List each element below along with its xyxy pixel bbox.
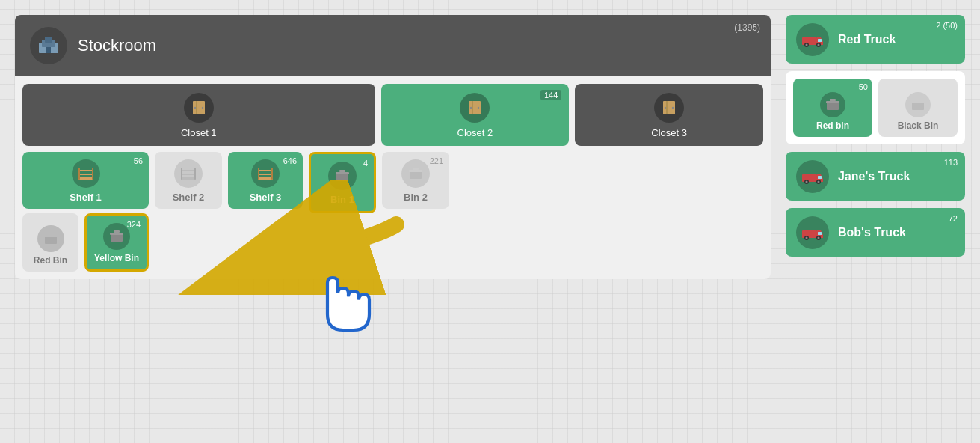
bin1-card[interactable]: 4 Bin 1 [309, 152, 376, 213]
svg-rect-64 [818, 176, 822, 179]
svg-rect-33 [258, 174, 273, 175]
stockroom-title: Stockroom [78, 36, 156, 55]
svg-rect-18 [78, 170, 93, 171]
svg-rect-2 [45, 37, 52, 43]
svg-rect-9 [472, 101, 473, 114]
red-bin-card[interactable]: Red Bin [22, 213, 78, 272]
shelf1-icon [72, 159, 100, 188]
svg-point-63 [818, 180, 820, 183]
bin2-icon [401, 159, 430, 188]
bobs-truck-badge: 72 [949, 214, 958, 223]
svg-rect-29 [181, 170, 196, 171]
closet3-icon [654, 93, 684, 123]
svg-rect-3 [46, 47, 51, 53]
svg-rect-37 [336, 174, 348, 181]
svg-rect-41 [409, 170, 422, 172]
closet3-label: Closet 3 [651, 127, 687, 138]
svg-rect-40 [410, 171, 422, 179]
closet2-badge: 144 [540, 90, 561, 100]
bin2-badge: 221 [430, 156, 443, 165]
svg-rect-47 [802, 37, 817, 45]
svg-rect-30 [181, 168, 182, 180]
red-bin-sidebar-label: Red bin [816, 120, 849, 131]
yellow-bin-label: Yellow Bin [94, 253, 139, 263]
svg-point-15 [672, 107, 674, 109]
bin1-icon [328, 162, 357, 190]
red-truck-label: Red Truck [838, 33, 896, 46]
janes-truck-card[interactable]: 113 Jane's Truck [786, 152, 965, 201]
svg-rect-58 [915, 99, 921, 101]
svg-point-14 [665, 107, 666, 109]
bin2-card[interactable]: 221 Bin 2 [382, 152, 449, 209]
red-truck-icon [796, 23, 829, 56]
shelf3-card[interactable]: 646 Shelf 3 [228, 152, 303, 209]
bobs-truck-icon [796, 216, 829, 249]
content-area: Closet 1 144 Closet 2 [15, 76, 771, 279]
svg-rect-56 [912, 103, 924, 110]
svg-rect-34 [258, 170, 273, 171]
svg-rect-38 [336, 172, 349, 174]
svg-rect-25 [110, 233, 123, 235]
black-bin-icon [905, 92, 931, 117]
red-bin-sidebar-card[interactable]: 50 Red bin [793, 79, 872, 137]
black-bin-card[interactable]: Black Bin [878, 79, 958, 137]
svg-point-7 [202, 107, 203, 109]
svg-rect-32 [258, 177, 273, 180]
svg-point-69 [818, 236, 820, 239]
closet2-card[interactable]: 144 Closet 2 [381, 84, 570, 146]
stockroom-header: (1395) Stockroom [15, 15, 771, 76]
svg-rect-54 [826, 101, 839, 103]
svg-rect-24 [111, 234, 123, 242]
yellow-bin-icon [103, 223, 130, 250]
stockroom-count: (1395) [734, 22, 760, 33]
svg-rect-59 [802, 174, 817, 182]
svg-rect-22 [44, 235, 58, 237]
janes-truck-badge: 113 [944, 158, 958, 167]
shelf1-bins: Red Bin 324 Yellow Bin [22, 213, 149, 272]
black-bin-label: Black Bin [898, 120, 939, 131]
svg-rect-70 [818, 232, 822, 235]
svg-rect-52 [818, 39, 822, 42]
bobs-truck-label: Bob's Truck [838, 226, 906, 239]
red-truck-card[interactable]: 2 (50) Red Truck [786, 15, 965, 64]
yellow-bin-card[interactable]: 324 Yellow Bin [84, 213, 149, 272]
closet1-card[interactable]: Closet 1 [22, 84, 375, 146]
janes-truck-icon [796, 160, 829, 193]
shelf3-badge: 646 [283, 156, 297, 165]
closet1-icon [184, 93, 214, 123]
svg-point-10 [470, 107, 472, 109]
shelves-row: 56 Shelf 1 [22, 152, 763, 272]
bobs-truck-card[interactable]: 72 Bob's Truck [786, 208, 965, 257]
red-bin-sidebar-icon [820, 92, 845, 117]
shelf1-area: 56 Shelf 1 [22, 152, 149, 272]
svg-rect-20 [92, 168, 93, 180]
svg-rect-17 [78, 174, 93, 175]
shelf1-card[interactable]: 56 Shelf 1 [22, 152, 149, 209]
shelf2-icon [174, 159, 203, 188]
svg-rect-53 [827, 103, 839, 110]
svg-rect-27 [181, 177, 196, 180]
shelf2-card[interactable]: Shelf 2 [155, 152, 222, 209]
svg-point-51 [818, 43, 820, 46]
svg-point-6 [194, 107, 196, 109]
svg-rect-36 [271, 168, 273, 180]
red-bin-icon [37, 225, 64, 252]
svg-rect-21 [45, 236, 57, 244]
svg-rect-19 [78, 168, 80, 180]
shelf2-label: Shelf 2 [173, 192, 205, 203]
svg-rect-55 [830, 99, 836, 101]
shelf1-label: Shelf 1 [70, 192, 102, 203]
svg-rect-16 [78, 177, 93, 180]
red-bin-sidebar-badge: 50 [859, 82, 868, 91]
svg-rect-57 [911, 101, 925, 103]
right-sidebar: 2 (50) Red Truck 50 [786, 15, 965, 257]
closet3-card[interactable]: Closet 3 [575, 84, 763, 146]
svg-rect-42 [413, 168, 419, 170]
svg-rect-39 [339, 170, 345, 172]
bin1-label: Bin 1 [330, 194, 354, 205]
stockroom-icon [30, 27, 67, 64]
bin1-badge: 4 [363, 159, 368, 168]
svg-rect-26 [114, 230, 120, 233]
svg-rect-65 [802, 230, 817, 238]
closets-row: Closet 1 144 Closet 2 [22, 84, 763, 146]
